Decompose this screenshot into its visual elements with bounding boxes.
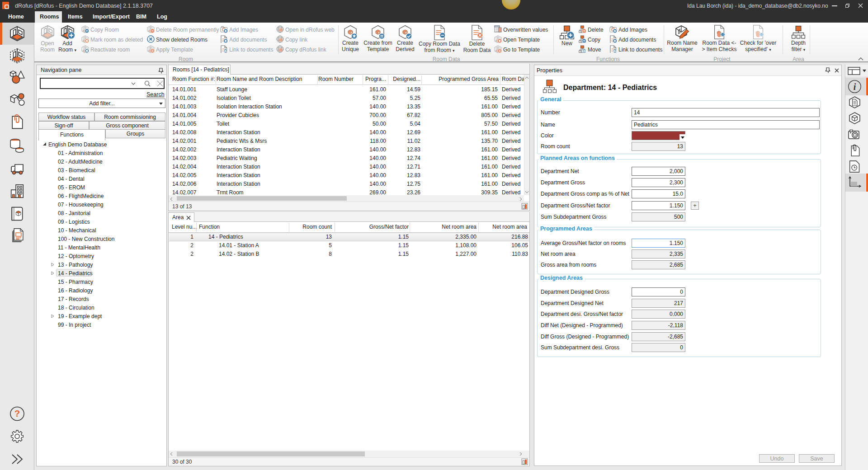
svg-text:1-1: 1-1 bbox=[721, 33, 725, 36]
svg-text:i: i bbox=[854, 82, 856, 92]
svg-text:1-1: 1-1 bbox=[760, 33, 764, 36]
